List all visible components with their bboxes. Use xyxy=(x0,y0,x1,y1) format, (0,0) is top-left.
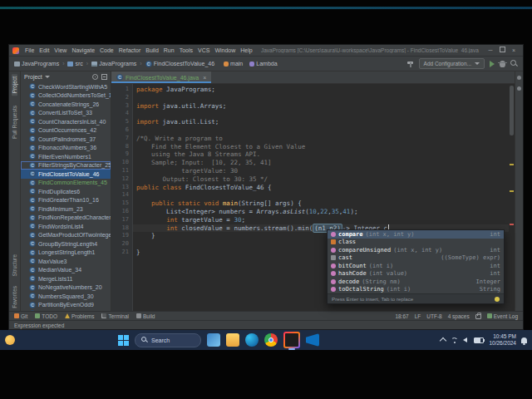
maximize-icon[interactable] xyxy=(496,46,508,56)
line-number[interactable]: 3 xyxy=(111,102,129,111)
tree-item[interactable]: CCollectOddNumbersToSet_19 xyxy=(21,91,111,101)
tree-item[interactable]: CGroupByStringLength4 xyxy=(21,239,111,249)
error-stripe-mark[interactable] xyxy=(510,224,514,225)
tree-item[interactable]: CFindClosestToValue_46 xyxy=(21,170,111,179)
completion-item[interactable]: compare(int x, int y)int xyxy=(328,230,504,239)
tool-strip-structure[interactable]: Structure xyxy=(12,254,17,276)
warning-stripe-mark[interactable] xyxy=(510,164,514,165)
taskbar-icon-task-view[interactable] xyxy=(207,333,220,347)
taskbar-icon-vscode[interactable] xyxy=(306,333,319,347)
line-number[interactable]: 21 xyxy=(111,249,129,257)
menu-refactor[interactable]: Refactor xyxy=(116,47,143,53)
tool-strip-pull-requests[interactable]: Pull Requests xyxy=(12,106,17,139)
code-line[interactable]: Sample; Input: [10, 22, 35, 41] xyxy=(133,159,509,167)
code-line[interactable] xyxy=(133,191,509,200)
line-number[interactable]: 19 xyxy=(111,232,129,240)
tree-item[interactable]: CNoNegativeNumbers_20 xyxy=(21,283,111,293)
chevron-down-icon[interactable] xyxy=(45,76,50,78)
line-number[interactable]: 6 xyxy=(111,126,129,135)
status-indicator[interactable]: UTF-8 xyxy=(426,313,441,319)
run-configuration-dropdown[interactable]: Add Configuration... xyxy=(419,58,485,69)
tree-item[interactable]: CFibonacciNumbers_36 xyxy=(21,144,111,153)
widget-lambda[interactable]: Lambda xyxy=(249,61,277,66)
build-hammer-icon[interactable] xyxy=(406,60,414,67)
taskbar-icon-chrome[interactable] xyxy=(264,333,278,347)
code-line[interactable]: import java.util.Arrays; xyxy=(133,102,509,111)
menu-navigate[interactable]: Navigate xyxy=(69,47,97,53)
code-line[interactable] xyxy=(133,94,509,102)
editor-tab[interactable]: C FindClosestToValue_46.java × xyxy=(111,71,211,83)
taskbar-icon-edge[interactable] xyxy=(245,333,259,347)
bell-icon[interactable] xyxy=(521,337,527,343)
widget-main[interactable]: main xyxy=(224,61,243,66)
line-number[interactable]: 2 xyxy=(111,94,129,102)
tool-strip-project[interactable]: Project xyxy=(12,74,17,96)
completion-item[interactable]: hashCode(int value)int xyxy=(328,270,504,278)
project-panel-title[interactable]: Project xyxy=(24,74,42,80)
line-number[interactable]: 16 xyxy=(111,208,129,216)
menu-run[interactable]: Run xyxy=(161,47,177,53)
close-icon[interactable]: × xyxy=(508,46,520,56)
completion-item[interactable]: toOctalString(int i)String xyxy=(328,286,504,294)
chevron-up-icon[interactable] xyxy=(440,337,446,344)
line-number[interactable]: 8 xyxy=(111,143,129,151)
taskbar-search[interactable]: Search xyxy=(135,333,201,347)
line-number[interactable]: 7 xyxy=(111,135,129,143)
line-number[interactable]: 17 xyxy=(111,216,129,224)
search-everywhere-icon[interactable] xyxy=(510,60,518,67)
status-indicator[interactable]: LF xyxy=(415,313,421,319)
completion-item[interactable]: decode(String nm)Integer xyxy=(328,278,504,286)
event-log-button[interactable]: Event Log xyxy=(487,313,518,319)
tool-window-button-problems[interactable]: Problems xyxy=(65,313,94,319)
menu-help[interactable]: Help xyxy=(238,47,254,53)
tree-item[interactable]: CMaxValue3 xyxy=(21,257,111,266)
tree-item[interactable]: CFilterStringsByCharacter_25 xyxy=(21,161,111,170)
menu-file[interactable]: File xyxy=(22,47,37,53)
line-number[interactable]: 10 xyxy=(111,159,129,167)
notifications-icon[interactable] xyxy=(517,76,521,80)
tool-window-button-todo[interactable]: TODO xyxy=(35,313,57,319)
tree-item[interactable]: CLongestStringLength1 xyxy=(21,249,111,258)
close-tab-icon[interactable]: × xyxy=(203,75,206,81)
wifi-icon[interactable] xyxy=(451,337,458,343)
code-line[interactable]: /*Q. Write a program to xyxy=(133,135,509,143)
menu-window[interactable]: Window xyxy=(212,47,238,53)
tree-item[interactable]: CCountPalindromes_37 xyxy=(21,135,111,144)
code-line[interactable] xyxy=(133,110,509,118)
taskbar-clock[interactable]: 10:45 PM 10/26/2024 xyxy=(489,333,516,347)
line-number[interactable]: 14 xyxy=(111,191,129,200)
tree-item[interactable]: CFindGreaterThan10_16 xyxy=(21,196,111,205)
tree-item[interactable]: CGetMaxProductOfTwoIntegers_43 xyxy=(21,231,111,240)
editor-scrollbar[interactable] xyxy=(509,84,515,311)
completion-item[interactable]: bitCount(int i)int xyxy=(328,262,504,270)
tree-item[interactable]: CConcatenateStrings_26 xyxy=(21,100,111,109)
tree-item[interactable]: CFindWordsInList4 xyxy=(21,222,111,231)
line-number[interactable]: 5 xyxy=(111,118,129,126)
warning-stripe-mark[interactable] xyxy=(510,190,514,192)
menu-tools[interactable]: Tools xyxy=(177,47,195,53)
line-number[interactable]: 12 xyxy=(111,175,129,184)
run-icon[interactable] xyxy=(490,61,495,67)
tree-item[interactable]: CFilterEvenNumbers1 xyxy=(21,152,111,161)
menu-view[interactable]: View xyxy=(52,47,69,53)
breadcrumb-item[interactable]: CFindClosestToValue_46 xyxy=(145,61,214,67)
line-number[interactable]: 13 xyxy=(111,184,129,192)
code-line[interactable] xyxy=(133,126,509,135)
volume-icon[interactable] xyxy=(463,337,467,342)
completion-item[interactable]: compareUnsigned(int x, int y)int xyxy=(328,246,504,254)
line-number[interactable]: 20 xyxy=(111,240,129,249)
line-number[interactable]: 9 xyxy=(111,150,129,159)
tool-window-button-build[interactable]: Build xyxy=(136,313,155,319)
code-line[interactable]: targetValue: 30 xyxy=(133,167,509,175)
line-number[interactable]: 15 xyxy=(111,200,129,208)
tree-item[interactable]: CFindNonRepeatedCharacter_41 xyxy=(21,214,111,223)
code-line[interactable]: import java.util.List; xyxy=(133,118,509,126)
code-line[interactable]: public static void main(String[] args) { xyxy=(133,200,509,208)
lock-icon[interactable] xyxy=(475,314,481,319)
breadcrumb-item[interactable]: JavaPrograms xyxy=(14,61,59,66)
taskbar-icon-intellij[interactable] xyxy=(283,332,300,348)
tree-item[interactable]: CFindCommonElements_45 xyxy=(21,179,111,188)
tool-strip-favorites[interactable]: Favorites xyxy=(12,286,17,308)
status-indicator[interactable]: 18:67 xyxy=(395,313,408,319)
code-line[interactable]: public class FindClosestToValue_46 { xyxy=(133,184,509,192)
